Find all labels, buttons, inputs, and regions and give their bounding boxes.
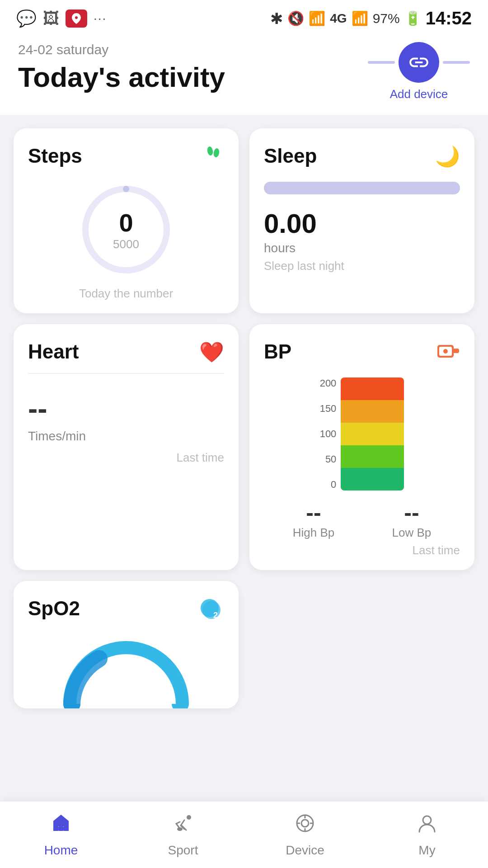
bp-values: -- High Bp -- Low Bp <box>264 500 460 540</box>
sleep-icon: 🌙 <box>435 145 460 168</box>
mute-icon: 🔇 <box>287 10 304 26</box>
low-bp-label: Low Bp <box>392 526 432 540</box>
header-title-section: 24-02 saturday Today's activity <box>18 42 225 93</box>
battery-label: 97% <box>373 11 400 26</box>
message-icon: 💬 <box>16 9 37 28</box>
high-bp-group: -- High Bp <box>293 500 335 540</box>
home-nav-icon <box>50 812 72 840</box>
nav-my[interactable]: My <box>366 802 488 868</box>
bp-bar-50 <box>341 445 404 468</box>
header: 24-02 saturday Today's activity Add devi… <box>0 33 488 115</box>
bp-bar-100 <box>341 423 404 445</box>
wifi-icon: 📶 <box>309 10 325 26</box>
device-nav-label: Device <box>286 843 324 858</box>
high-bp-label: High Bp <box>293 526 335 540</box>
steps-card[interactable]: Steps 0 5000 <box>14 128 239 313</box>
my-nav-label: My <box>418 843 435 858</box>
high-bp-value: -- <box>293 500 335 526</box>
bp-bar-200 <box>341 377 404 400</box>
sleep-card[interactable]: Sleep 🌙 0.00 hours Sleep last night <box>249 128 474 313</box>
svg-point-1 <box>213 148 220 158</box>
bp-footer: Last time <box>264 543 460 557</box>
sport-nav-icon <box>172 812 194 840</box>
sleep-unit: hours <box>264 241 460 255</box>
sport-nav-label: Sport <box>168 843 198 858</box>
steps-icon <box>202 145 224 171</box>
my-nav-icon <box>416 812 438 840</box>
spo2-title: SpO2 <box>28 597 80 620</box>
spo2-card[interactable]: SpO2 2 <box>14 581 239 708</box>
main-content: Steps 0 5000 <box>0 115 488 781</box>
heart-divider <box>28 373 224 374</box>
spo2-card-header: SpO2 2 <box>28 597 224 627</box>
status-bar: 💬 🖼 ··· ✱ 🔇 📶 4G 📶 97% 🔋 14:52 <box>0 0 488 33</box>
spo2-semicircle <box>28 636 224 708</box>
svg-point-6 <box>443 349 448 354</box>
bp-icon <box>436 340 460 368</box>
svg-point-20 <box>423 816 431 824</box>
link-icon <box>399 42 439 83</box>
bp-card-header: BP <box>264 340 460 368</box>
svg-text:2: 2 <box>213 611 218 620</box>
steps-circle: 0 5000 <box>28 180 224 279</box>
svg-point-15 <box>301 820 309 827</box>
device-nav-icon <box>294 812 316 840</box>
steps-title: Steps <box>28 145 82 167</box>
add-device-button[interactable]: Add device <box>368 42 470 101</box>
bp-bar-0 <box>341 468 404 491</box>
sleep-card-header: Sleep 🌙 <box>264 145 460 168</box>
steps-footer: Today the number <box>28 287 224 301</box>
low-bp-group: -- Low Bp <box>392 500 432 540</box>
bp-chart: 200 150 100 50 0 <box>264 377 460 491</box>
image-icon: 🖼 <box>43 9 59 28</box>
network-label: 4G <box>330 11 347 26</box>
nav-device[interactable]: Device <box>244 802 366 868</box>
low-bp-value: -- <box>392 500 432 526</box>
svg-rect-11 <box>58 826 64 831</box>
heart-unit: Times/min <box>28 429 224 443</box>
heart-card-header: Heart ❤️ <box>28 340 224 364</box>
heart-icon: ❤️ <box>199 340 224 364</box>
device-dots <box>368 42 470 83</box>
bp-card[interactable]: BP 200 150 100 50 <box>249 324 474 570</box>
bluetooth-icon: ✱ <box>270 9 283 28</box>
app-icon <box>66 9 87 28</box>
sleep-title: Sleep <box>264 145 317 167</box>
status-right-icons: ✱ 🔇 📶 4G 📶 97% 🔋 14:52 <box>270 8 472 28</box>
signal-icon: 📶 <box>352 10 368 26</box>
spo2-icon: 2 <box>199 597 224 627</box>
sleep-footer: Sleep last night <box>264 259 460 273</box>
battery-icon: 🔋 <box>404 10 421 26</box>
time-display: 14:52 <box>426 8 472 28</box>
bottom-nav: Home Sport Device <box>0 801 488 868</box>
svg-rect-7 <box>453 349 459 353</box>
cards-grid: Steps 0 5000 <box>14 128 474 708</box>
steps-value: 0 <box>113 208 139 237</box>
date-display: 24-02 saturday <box>18 42 225 57</box>
more-icon: ··· <box>94 11 107 26</box>
heart-card[interactable]: Heart ❤️ -- Times/min Last time <box>14 324 239 570</box>
heart-title: Heart <box>28 340 79 363</box>
steps-card-header: Steps <box>28 145 224 171</box>
status-left-icons: 💬 🖼 ··· <box>16 9 107 28</box>
svg-point-0 <box>206 146 213 156</box>
bp-bar-150 <box>341 400 404 423</box>
heart-value: -- <box>28 392 224 425</box>
svg-point-13 <box>177 827 183 831</box>
nav-sport[interactable]: Sport <box>122 802 244 868</box>
heart-footer: Last time <box>28 451 224 465</box>
steps-goal: 5000 <box>113 237 139 251</box>
sleep-bar <box>264 182 460 194</box>
bp-title: BP <box>264 340 291 363</box>
nav-home[interactable]: Home <box>0 802 122 868</box>
add-device-label: Add device <box>390 87 448 101</box>
page-title: Today's activity <box>18 61 225 93</box>
home-nav-label: Home <box>44 843 78 858</box>
sleep-value: 0.00 <box>264 208 460 239</box>
svg-point-12 <box>187 815 191 820</box>
